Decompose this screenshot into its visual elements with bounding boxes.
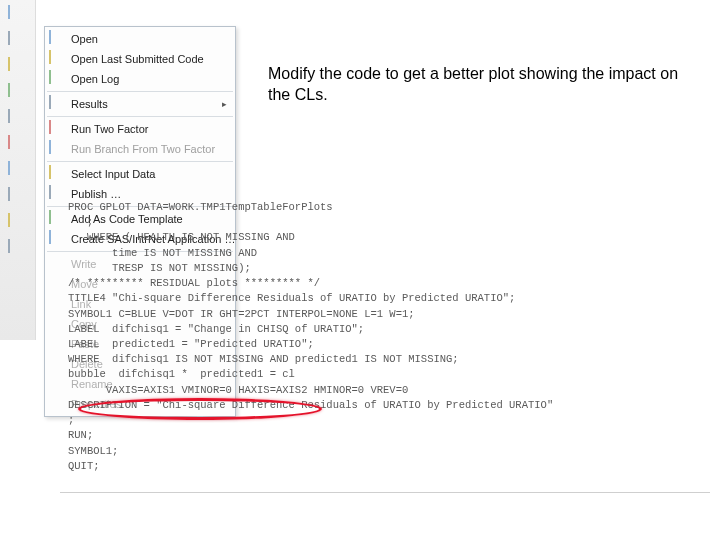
menu-icon — [49, 256, 65, 272]
results-icon — [49, 96, 65, 112]
menu-item-label: Publish … — [71, 188, 227, 200]
menu-item-label: Results — [71, 98, 216, 110]
code-editor[interactable]: PROC GPLOT DATA=WORK.TMP1TempTableForPlo… — [68, 200, 708, 474]
menu-item[interactable]: Run Two Factor — [45, 119, 235, 139]
menu-item[interactable]: Open — [45, 29, 235, 49]
code-line: QUIT; — [68, 459, 708, 474]
tool-icon-2[interactable] — [8, 32, 28, 52]
open-last-icon — [49, 51, 65, 67]
menu-separator — [47, 116, 233, 117]
menu-icon — [49, 336, 65, 352]
menu-icon — [49, 396, 65, 412]
tool-icon-9[interactable] — [8, 214, 28, 234]
submenu-arrow-icon: ▸ — [222, 99, 227, 109]
code-line: SYMBOL1; — [68, 444, 708, 459]
menu-item-label: Run Branch From Two Factor — [71, 143, 227, 155]
tool-icon-6[interactable] — [8, 136, 28, 156]
tool-icon-3[interactable] — [8, 58, 28, 78]
annotation-callout: Modify the code to get a better plot sho… — [268, 64, 688, 106]
code-line: TITLE4 "Chi-square Difference Residuals … — [68, 291, 708, 306]
log-icon — [49, 71, 65, 87]
code-line: PROC GPLOT DATA=WORK.TMP1TempTableForPlo… — [68, 200, 708, 215]
intrnet-icon — [49, 231, 65, 247]
vertical-toolbar — [0, 0, 36, 340]
code-line: WHERE ( HEALTH IS NOT MISSING AND — [68, 230, 708, 245]
tool-icon-7[interactable] — [8, 162, 28, 182]
tool-icon-8[interactable] — [8, 188, 28, 208]
menu-icon — [49, 276, 65, 292]
menu-icon — [49, 356, 65, 372]
code-line: ; — [68, 215, 708, 230]
run-branch-icon — [49, 141, 65, 157]
menu-item-label: Run Two Factor — [71, 123, 227, 135]
open-icon — [49, 31, 65, 47]
menu-separator — [47, 91, 233, 92]
menu-separator — [47, 161, 233, 162]
code-line: RUN; — [68, 428, 708, 443]
menu-item[interactable]: Open Log — [45, 69, 235, 89]
menu-item-label: Open — [71, 33, 227, 45]
code-line: bubble difchisq1 * predicted1 = cl — [68, 367, 708, 382]
menu-item-label: Select Input Data — [71, 168, 227, 180]
menu-icon — [49, 316, 65, 332]
template-icon — [49, 211, 65, 227]
code-line: WHERE difchisq1 IS NOT MISSING AND predi… — [68, 352, 708, 367]
code-line: LABEL predicted1 = "Predicted URATIO"; — [68, 337, 708, 352]
code-line: LABEL difchisq1 = "Change in CHISQ of UR… — [68, 322, 708, 337]
menu-icon — [49, 296, 65, 312]
publish-icon — [49, 186, 65, 202]
code-line: /* ********* RESIDUAL plots ********* */ — [68, 276, 708, 291]
code-line: SYMBOL1 C=BLUE V=DOT IR GHT=2PCT INTERPO… — [68, 307, 708, 322]
menu-item-label: Open Log — [71, 73, 227, 85]
select-data-icon — [49, 166, 65, 182]
tool-icon-5[interactable] — [8, 110, 28, 130]
menu-item-label: Open Last Submitted Code — [71, 53, 227, 65]
menu-item: Run Branch From Two Factor — [45, 139, 235, 159]
menu-item[interactable]: Results▸ — [45, 94, 235, 114]
menu-item[interactable]: Open Last Submitted Code — [45, 49, 235, 69]
code-line: VAXIS=AXIS1 VMINOR=0 HAXIS=AXIS2 HMINOR=… — [68, 383, 708, 398]
menu-item[interactable]: Select Input Data — [45, 164, 235, 184]
divider — [60, 492, 710, 493]
code-line: TRESP IS NOT MISSING); — [68, 261, 708, 276]
code-line: time IS NOT MISSING AND — [68, 246, 708, 261]
code-line: DESCRIPTION = "Chi-square Difference Res… — [68, 398, 708, 413]
tool-icon-10[interactable] — [8, 240, 28, 260]
menu-icon — [49, 376, 65, 392]
run-icon — [49, 121, 65, 137]
code-line: ; — [68, 413, 708, 428]
tool-icon-1[interactable] — [8, 6, 28, 26]
tool-icon-4[interactable] — [8, 84, 28, 104]
